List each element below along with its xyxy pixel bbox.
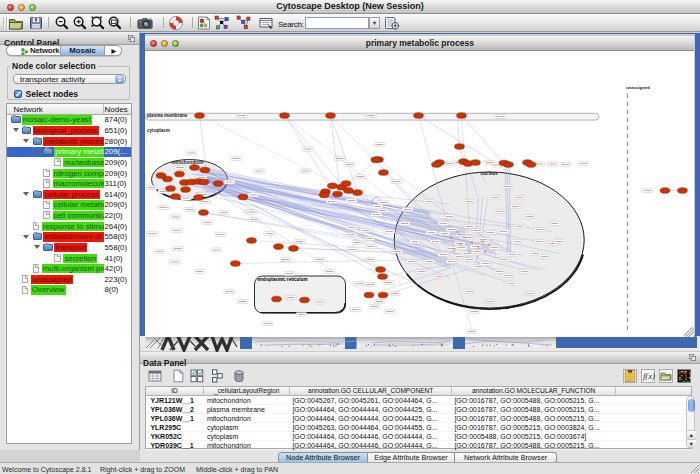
svg-text:nucleus: nucleus [481,171,499,176]
svg-text:unassigned: unassigned [626,84,650,89]
svg-text:mitochondrion: mitochondrion [172,159,204,164]
svg-text:cytoplasm: cytoplasm [147,128,170,133]
svg-text:plasma membrane: plasma membrane [147,112,188,117]
svg-text:endoplasmic reticulum: endoplasmic reticulum [258,277,308,282]
svg-text:f(x): f(x) [643,371,655,381]
